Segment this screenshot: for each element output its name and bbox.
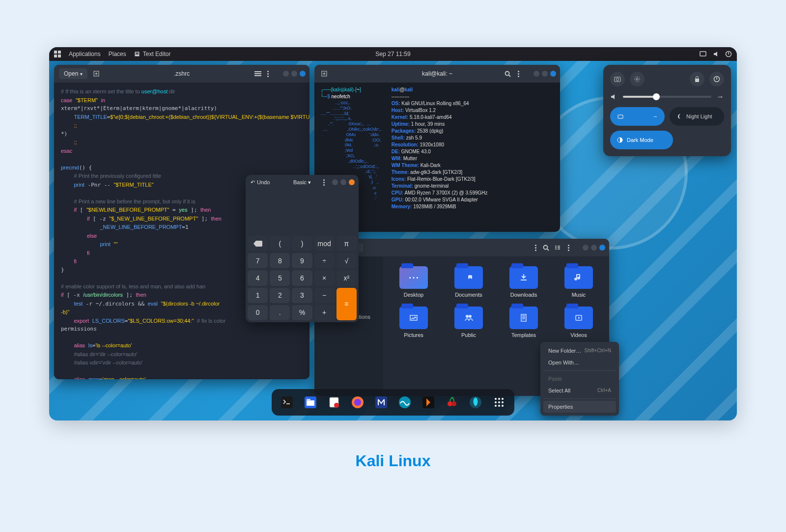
calc-key-0[interactable]: 0 <box>248 305 268 320</box>
folder-pictures[interactable]: Pictures <box>388 307 439 338</box>
svg-point-4 <box>505 71 509 75</box>
calc-key-⌫[interactable] <box>248 236 268 251</box>
dock-metasploit[interactable] <box>372 393 391 412</box>
folder-documents[interactable]: Documents <box>443 266 494 298</box>
menu-app-name[interactable]: Text Editor <box>134 51 171 57</box>
context-menu: New Folder…Shift+Ctrl+NOpen With…PasteSe… <box>540 342 619 416</box>
calc-key-8[interactable]: 8 <box>270 253 290 268</box>
calculator-display[interactable] <box>246 190 359 234</box>
close-button[interactable] <box>550 71 556 77</box>
main-menu-icon[interactable] <box>566 245 571 251</box>
calc-key-7[interactable]: 7 <box>248 253 268 268</box>
power-icon[interactable] <box>725 51 732 57</box>
settings-button[interactable] <box>630 72 645 86</box>
dock-apps-grid[interactable] <box>490 393 508 412</box>
minimize-button[interactable] <box>332 179 338 185</box>
hamburger-icon[interactable] <box>254 71 261 76</box>
screen-icon[interactable] <box>700 51 706 57</box>
minimize-button[interactable] <box>283 71 289 77</box>
maximize-button[interactable] <box>591 245 597 251</box>
maximize-button[interactable] <box>542 71 548 77</box>
dock-firefox[interactable] <box>348 393 367 412</box>
new-tab-icon[interactable] <box>91 69 101 79</box>
calc-key-3[interactable]: 3 <box>292 288 312 303</box>
calc-key-x²[interactable]: x² <box>337 270 357 285</box>
calc-key-.[interactable]: . <box>270 305 290 320</box>
dock-kali-tools[interactable] <box>466 393 485 412</box>
calc-key-√[interactable]: √ <box>337 253 357 268</box>
night-light-toggle[interactable]: Night Light <box>670 107 724 126</box>
ctx-select-all[interactable]: Select AllCtrl+A <box>543 385 616 396</box>
svg-point-23 <box>354 399 361 406</box>
search-icon[interactable] <box>543 245 549 251</box>
minimize-button[interactable] <box>533 71 539 77</box>
ctx-open-with-[interactable]: Open With… <box>543 357 616 368</box>
close-button[interactable] <box>349 179 355 185</box>
menu-places[interactable]: Places <box>109 51 126 57</box>
volume-expand-icon[interactable]: → <box>716 92 724 101</box>
calc-key-mod[interactable]: mod <box>314 236 335 251</box>
calc-key-9[interactable]: 9 <box>292 253 312 268</box>
svg-rect-14 <box>618 115 623 118</box>
dock-cherrytree[interactable] <box>443 393 461 412</box>
calc-key-=[interactable]: = <box>337 288 357 320</box>
calc-key-+[interactable]: + <box>314 305 335 320</box>
activities-icon[interactable] <box>54 51 61 57</box>
open-button[interactable]: Open ▾ <box>59 68 87 79</box>
calc-key-−[interactable]: − <box>314 288 335 303</box>
maximize-button[interactable] <box>340 179 346 185</box>
mode-selector[interactable]: Basic ▾ <box>293 179 311 186</box>
dock-editor[interactable] <box>325 393 343 412</box>
svg-rect-12 <box>695 79 699 82</box>
ctx-properties[interactable]: Properties <box>543 401 616 413</box>
calc-key-1[interactable]: 1 <box>248 288 268 303</box>
kebab-icon[interactable] <box>533 245 538 251</box>
dock-files[interactable] <box>301 393 320 412</box>
calc-key-2[interactable]: 2 <box>270 288 290 303</box>
clock[interactable]: Sep 27 11:59 <box>375 51 410 57</box>
dock-terminal[interactable] <box>278 393 296 412</box>
folder-desktop[interactable]: ⋯Desktop <box>388 266 439 298</box>
undo-button[interactable]: ↶ Undo <box>251 179 270 186</box>
kebab-icon[interactable] <box>321 179 326 186</box>
folder-music[interactable]: Music <box>553 266 604 298</box>
minimize-button[interactable] <box>583 245 589 251</box>
wired-toggle[interactable]: → <box>610 107 665 126</box>
calc-key-×[interactable]: × <box>314 270 335 285</box>
calc-key-π[interactable]: π <box>337 236 357 251</box>
menu-applications[interactable]: Applications <box>69 51 101 57</box>
calc-key-6[interactable]: 6 <box>292 270 312 285</box>
calculator-window: ↶ Undo Basic ▾ ()modπ789÷√456×x²123−=0.%… <box>246 175 359 322</box>
close-button[interactable] <box>300 71 306 77</box>
close-button[interactable] <box>599 245 605 251</box>
calc-key-)[interactable]: ) <box>292 236 312 251</box>
folder-templates[interactable]: Templates <box>498 307 549 338</box>
new-tab-icon[interactable] <box>319 69 329 79</box>
kebab-icon[interactable] <box>265 71 270 77</box>
calc-key-÷[interactable]: ÷ <box>314 253 335 268</box>
calc-key-5[interactable]: 5 <box>270 270 290 285</box>
svg-point-33 <box>495 401 497 403</box>
folder-public[interactable]: Public <box>443 307 494 338</box>
dark-mode-toggle[interactable]: Dark Mode <box>610 131 673 149</box>
search-icon[interactable] <box>505 71 511 77</box>
view-icon[interactable] <box>554 244 561 251</box>
power-button[interactable] <box>709 72 724 86</box>
folder-icon <box>399 307 428 329</box>
folder-icon <box>509 307 538 329</box>
calc-key-([interactable]: ( <box>270 236 290 251</box>
ctx-new-folder-[interactable]: New Folder…Shift+Ctrl+N <box>543 345 616 357</box>
calc-key-4[interactable]: 4 <box>248 270 268 285</box>
folder-icon <box>454 307 483 329</box>
dock-burp[interactable] <box>419 393 438 412</box>
folder-videos[interactable]: Videos <box>553 307 604 338</box>
dock-wireshark[interactable] <box>395 393 414 412</box>
screenshot-button[interactable] <box>610 72 625 86</box>
lock-button[interactable] <box>690 72 704 86</box>
calc-key-%[interactable]: % <box>292 305 312 320</box>
folder-downloads[interactable]: Downloads <box>498 266 549 298</box>
kebab-icon[interactable] <box>516 71 521 77</box>
volume-slider[interactable] <box>623 96 711 98</box>
volume-icon[interactable] <box>712 51 719 57</box>
maximize-button[interactable] <box>291 71 297 77</box>
